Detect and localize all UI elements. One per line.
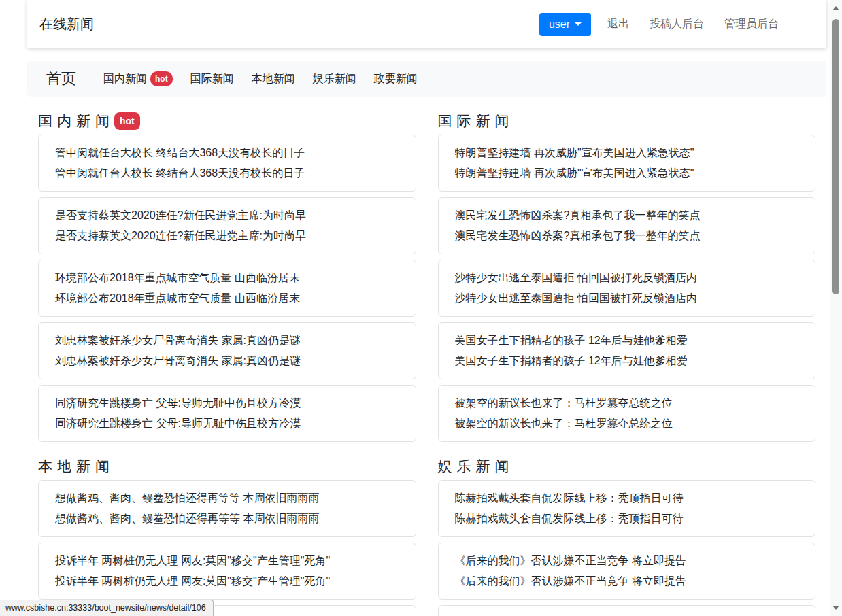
section-title-domestic: 国内新闻 hot (38, 112, 416, 131)
nav-item-political-news[interactable]: 政要新闻 (374, 72, 418, 86)
news-card[interactable]: 沙特少女出逃至泰国遭拒 怕回国被打死反锁酒店内 沙特少女出逃至泰国遭拒 怕回国被… (438, 260, 816, 317)
section-title-entertainment: 娱乐新闻 (438, 457, 816, 476)
news-summary: 特朗普坚持建墙 再次威胁"宣布美国进入紧急状态" (455, 163, 799, 184)
news-title: 想做酱鸡、酱肉、鳗鲞恐怕还得再等等 本周依旧雨雨雨 (55, 488, 399, 509)
nav-item-domestic-news[interactable]: 国内新闻 hot (103, 71, 173, 86)
news-card[interactable]: 《后来的我们》否认涉嫌不正当竞争 将立即提告 《后来的我们》否认涉嫌不正当竞争 … (438, 543, 816, 600)
scrollbar-thumb[interactable] (832, 19, 839, 294)
news-summary: 刘忠林案被奸杀少女尸骨离奇消失 家属:真凶仍是谜 (55, 351, 399, 371)
news-summary: 投诉半年 两树桩仍无人理 网友:莫因"移交"产生管理"死角" (55, 571, 399, 592)
scroll-down-icon[interactable] (832, 604, 839, 611)
right-column: 国际新闻 特朗普坚持建墙 再次威胁"宣布美国进入紧急状态" 特朗普坚持建墙 再次… (427, 97, 827, 616)
news-summary: 沙特少女出逃至泰国遭拒 怕回国被打死反锁酒店内 (455, 288, 799, 309)
user-dropdown-label: user (549, 18, 570, 31)
news-title: 《后来的我们》否认涉嫌不正当竞争 将立即提告 (455, 551, 799, 571)
news-summary: 澳民宅发生恐怖凶杀案?真相承包了我一整年的笑点 (455, 226, 799, 246)
news-title: 环境部公布2018年重点城市空气质量 山西临汾居末 (55, 268, 399, 288)
section-title-text: 本地新闻 (38, 457, 114, 476)
admin-backend-link[interactable]: 管理员后台 (720, 17, 783, 31)
news-title: 同济研究生跳楼身亡 父母:导师无耻中伤且校方冷漠 (55, 393, 399, 413)
logout-link[interactable]: 退出 (603, 17, 633, 31)
news-card[interactable]: 刘忠林案被奸杀少女尸骨离奇消失 家属:真凶仍是谜 刘忠林案被奸杀少女尸骨离奇消失… (38, 322, 416, 379)
scroll-up-icon[interactable] (832, 5, 839, 12)
topbar-right-group: user 退出 投稿人后台 管理员后台 (539, 13, 783, 36)
section-title-text: 国际新闻 (438, 112, 514, 131)
news-title: 美国女子生下捐精者的孩子 12年后与娃他爹相爱 (455, 330, 799, 351)
hot-badge: hot (114, 112, 140, 130)
news-title: 沙特少女出逃至泰国遭拒 怕回国被打死反锁酒店内 (455, 268, 799, 288)
news-title: 陈赫拍戏戴头套自侃发际线上移：秃顶指日可待 (455, 488, 799, 509)
left-column: 国内新闻 hot 管中闵就任台大校长 终结台大368天没有校长的日子 管中闵就任… (27, 97, 427, 616)
news-title: 特朗普坚持建墙 再次威胁"宣布美国进入紧急状态" (455, 143, 799, 163)
user-dropdown-button[interactable]: user (539, 13, 591, 36)
top-navbar: 在线新闻 user 退出 投稿人后台 管理员后台 (27, 0, 826, 48)
section-local-news: 本地新闻 想做酱鸡、酱肉、鳗鲞恐怕还得再等等 本周依旧雨雨雨 想做酱鸡、酱肉、鳗… (38, 457, 416, 616)
news-card[interactable]: 想做酱鸡、酱肉、鳗鲞恐怕还得再等等 本周依旧雨雨雨 想做酱鸡、酱肉、鳗鲞恐怕还得… (38, 480, 416, 537)
news-title: 投诉半年 两树桩仍无人理 网友:莫因"移交"产生管理"死角" (55, 551, 399, 571)
news-summary: 环境部公布2018年重点城市空气质量 山西临汾居末 (55, 288, 399, 309)
section-entertainment-news: 娱乐新闻 陈赫拍戏戴头套自侃发际线上移：秃顶指日可待 陈赫拍戏戴头套自侃发际线上… (438, 457, 816, 616)
category-nav: 首页 国内新闻 hot 国际新闻 本地新闻 娱乐新闻 政要新闻 (27, 61, 826, 97)
nav-item-home[interactable]: 首页 (46, 69, 76, 89)
news-title: 刘忠林案被奸杀少女尸骨离奇消失 家属:真凶仍是谜 (55, 330, 399, 351)
news-card[interactable]: 同济研究生跳楼身亡 父母:导师无耻中伤且校方冷漠 同济研究生跳楼身亡 父母:导师… (38, 385, 416, 442)
section-domestic-news: 国内新闻 hot 管中闵就任台大校长 终结台大368天没有校长的日子 管中闵就任… (38, 112, 416, 442)
browser-viewport: 在线新闻 user 退出 投稿人后台 管理员后台 首页 国内新闻 hot 国际新… (0, 0, 842, 616)
news-summary: 想做酱鸡、酱肉、鳗鲞恐怕还得再等等 本周依旧雨雨雨 (55, 509, 399, 529)
news-card[interactable]: 陈赫拍戏戴头套自侃发际线上移：秃顶指日可待 陈赫拍戏戴头套自侃发际线上移：秃顶指… (438, 480, 816, 537)
news-card[interactable]: 澳民宅发生恐怖凶杀案?真相承包了我一整年的笑点 澳民宅发生恐怖凶杀案?真相承包了… (438, 197, 816, 254)
news-summary: 同济研究生跳楼身亡 父母:导师无耻中伤且校方冷漠 (55, 413, 399, 434)
news-card[interactable]: 美国女子生下捐精者的孩子 12年后与娃他爹相爱 美国女子生下捐精者的孩子 12年… (438, 322, 816, 379)
nav-item-international-news[interactable]: 国际新闻 (190, 72, 234, 86)
vertical-scrollbar[interactable] (830, 0, 842, 616)
news-summary: 被架空的新议长也来了：马杜罗篡夺总统之位 (455, 413, 799, 434)
site-brand: 在线新闻 (39, 15, 94, 33)
news-card[interactable]: 被架空的新议长也来了：马杜罗篡夺总统之位 被架空的新议长也来了：马杜罗篡夺总统之… (438, 385, 816, 442)
status-bar-url: www.csbishe.cn:33333/boot_newsite/news/d… (0, 600, 214, 616)
news-title: 管中闵就任台大校长 终结台大368天没有校长的日子 (55, 143, 399, 163)
news-summary: 是否支持蔡英文2020连任?新任民进党主席:为时尚早 (55, 226, 399, 246)
caret-down-icon (575, 22, 582, 26)
news-summary: 美国女子生下捐精者的孩子 12年后与娃他爹相爱 (455, 351, 799, 371)
news-card[interactable]: 管中闵就任台大校长 终结台大368天没有校长的日子 管中闵就任台大校长 终结台大… (38, 135, 416, 192)
section-title-local: 本地新闻 (38, 457, 416, 476)
news-card[interactable]: 特朗普坚持建墙 再次威胁"宣布美国进入紧急状态" 特朗普坚持建墙 再次威胁"宣布… (438, 135, 816, 192)
section-title-text: 娱乐新闻 (438, 457, 514, 476)
nav-item-entertainment-news[interactable]: 娱乐新闻 (313, 72, 356, 86)
news-title: Gaga获金球奖最佳原创歌曲 霉霉惊喜颁奖王后同框 (455, 613, 799, 616)
news-card[interactable]: 是否支持蔡英文2020连任?新任民进党主席:为时尚早 是否支持蔡英文2020连任… (38, 197, 416, 254)
contributor-backend-link[interactable]: 投稿人后台 (645, 17, 708, 31)
news-summary: 陈赫拍戏戴头套自侃发际线上移：秃顶指日可待 (455, 509, 799, 529)
news-card[interactable]: Gaga获金球奖最佳原创歌曲 霉霉惊喜颁奖王后同框 Gaga获金球奖最佳原创歌曲… (438, 605, 816, 616)
section-international-news: 国际新闻 特朗普坚持建墙 再次威胁"宣布美国进入紧急状态" 特朗普坚持建墙 再次… (438, 112, 816, 442)
nav-item-local-news[interactable]: 本地新闻 (252, 72, 295, 86)
news-card[interactable]: 环境部公布2018年重点城市空气质量 山西临汾居末 环境部公布2018年重点城市… (38, 260, 416, 317)
news-card[interactable]: 投诉半年 两树桩仍无人理 网友:莫因"移交"产生管理"死角" 投诉半年 两树桩仍… (38, 543, 416, 600)
main-content: 国内新闻 hot 管中闵就任台大校长 终结台大368天没有校长的日子 管中闵就任… (27, 97, 826, 616)
news-title: 是否支持蔡英文2020连任?新任民进党主席:为时尚早 (55, 205, 399, 226)
hot-badge: hot (150, 71, 173, 86)
nav-item-label: 国内新闻 (103, 72, 147, 86)
section-title-international: 国际新闻 (438, 112, 816, 131)
news-summary: 管中闵就任台大校长 终结台大368天没有校长的日子 (55, 163, 399, 184)
news-title: 澳民宅发生恐怖凶杀案?真相承包了我一整年的笑点 (455, 205, 799, 226)
news-title: 被架空的新议长也来了：马杜罗篡夺总统之位 (455, 393, 799, 413)
section-title-text: 国内新闻 (38, 112, 114, 131)
news-summary: 《后来的我们》否认涉嫌不正当竞争 将立即提告 (455, 571, 799, 592)
